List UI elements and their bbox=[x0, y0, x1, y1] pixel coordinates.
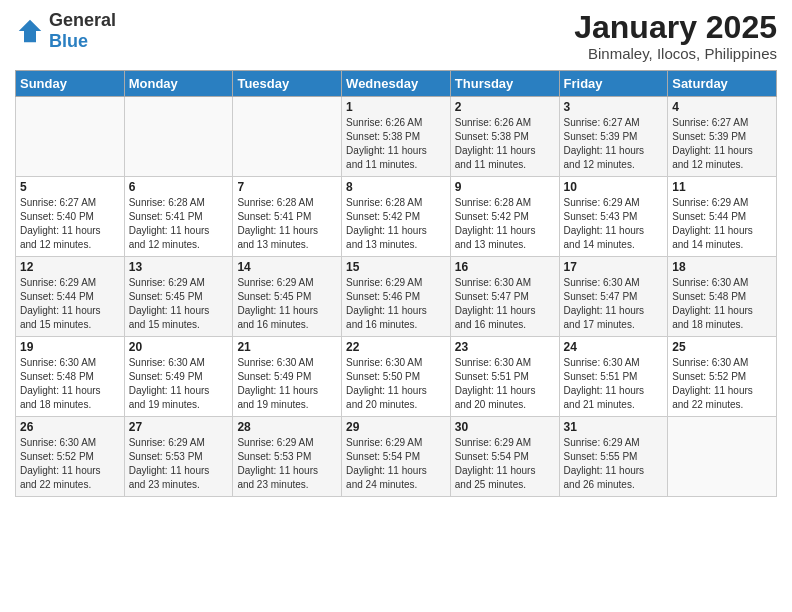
cell-content-0-3: Sunrise: 6:26 AMSunset: 5:38 PMDaylight:… bbox=[346, 116, 446, 172]
cell-content-1-6: Sunrise: 6:29 AMSunset: 5:44 PMDaylight:… bbox=[672, 196, 772, 252]
week-row-0: 1Sunrise: 6:26 AMSunset: 5:38 PMDaylight… bbox=[16, 97, 777, 177]
cell-1-5: 10Sunrise: 6:29 AMSunset: 5:43 PMDayligh… bbox=[559, 177, 668, 257]
cell-content-4-0: Sunrise: 6:30 AMSunset: 5:52 PMDaylight:… bbox=[20, 436, 120, 492]
cell-3-0: 19Sunrise: 6:30 AMSunset: 5:48 PMDayligh… bbox=[16, 337, 125, 417]
day-number-23: 23 bbox=[455, 340, 555, 354]
cell-content-2-2: Sunrise: 6:29 AMSunset: 5:45 PMDaylight:… bbox=[237, 276, 337, 332]
cell-4-2: 28Sunrise: 6:29 AMSunset: 5:53 PMDayligh… bbox=[233, 417, 342, 497]
cell-content-4-2: Sunrise: 6:29 AMSunset: 5:53 PMDaylight:… bbox=[237, 436, 337, 492]
day-number-22: 22 bbox=[346, 340, 446, 354]
cell-content-2-3: Sunrise: 6:29 AMSunset: 5:46 PMDaylight:… bbox=[346, 276, 446, 332]
cell-content-0-5: Sunrise: 6:27 AMSunset: 5:39 PMDaylight:… bbox=[564, 116, 664, 172]
title-block: January 2025 Binmaley, Ilocos, Philippin… bbox=[574, 10, 777, 62]
cell-content-3-5: Sunrise: 6:30 AMSunset: 5:51 PMDaylight:… bbox=[564, 356, 664, 412]
logo-icon bbox=[15, 16, 45, 46]
cell-1-1: 6Sunrise: 6:28 AMSunset: 5:41 PMDaylight… bbox=[124, 177, 233, 257]
cell-content-2-1: Sunrise: 6:29 AMSunset: 5:45 PMDaylight:… bbox=[129, 276, 229, 332]
cell-0-0 bbox=[16, 97, 125, 177]
cell-2-3: 15Sunrise: 6:29 AMSunset: 5:46 PMDayligh… bbox=[342, 257, 451, 337]
cell-4-5: 31Sunrise: 6:29 AMSunset: 5:55 PMDayligh… bbox=[559, 417, 668, 497]
day-number-10: 10 bbox=[564, 180, 664, 194]
cell-2-1: 13Sunrise: 6:29 AMSunset: 5:45 PMDayligh… bbox=[124, 257, 233, 337]
calendar: Sunday Monday Tuesday Wednesday Thursday… bbox=[15, 70, 777, 497]
day-number-2: 2 bbox=[455, 100, 555, 114]
day-number-25: 25 bbox=[672, 340, 772, 354]
cell-content-1-4: Sunrise: 6:28 AMSunset: 5:42 PMDaylight:… bbox=[455, 196, 555, 252]
day-number-12: 12 bbox=[20, 260, 120, 274]
day-number-7: 7 bbox=[237, 180, 337, 194]
day-number-28: 28 bbox=[237, 420, 337, 434]
cell-content-2-5: Sunrise: 6:30 AMSunset: 5:47 PMDaylight:… bbox=[564, 276, 664, 332]
day-number-9: 9 bbox=[455, 180, 555, 194]
logo-blue: Blue bbox=[49, 31, 88, 51]
cell-3-6: 25Sunrise: 6:30 AMSunset: 5:52 PMDayligh… bbox=[668, 337, 777, 417]
day-number-18: 18 bbox=[672, 260, 772, 274]
week-row-4: 26Sunrise: 6:30 AMSunset: 5:52 PMDayligh… bbox=[16, 417, 777, 497]
cell-1-0: 5Sunrise: 6:27 AMSunset: 5:40 PMDaylight… bbox=[16, 177, 125, 257]
cell-content-3-1: Sunrise: 6:30 AMSunset: 5:49 PMDaylight:… bbox=[129, 356, 229, 412]
day-number-31: 31 bbox=[564, 420, 664, 434]
cell-4-6 bbox=[668, 417, 777, 497]
cell-content-0-4: Sunrise: 6:26 AMSunset: 5:38 PMDaylight:… bbox=[455, 116, 555, 172]
header-wednesday: Wednesday bbox=[342, 71, 451, 97]
cell-content-4-3: Sunrise: 6:29 AMSunset: 5:54 PMDaylight:… bbox=[346, 436, 446, 492]
day-number-16: 16 bbox=[455, 260, 555, 274]
day-number-30: 30 bbox=[455, 420, 555, 434]
logo-general: General bbox=[49, 10, 116, 30]
cell-1-2: 7Sunrise: 6:28 AMSunset: 5:41 PMDaylight… bbox=[233, 177, 342, 257]
cell-content-3-2: Sunrise: 6:30 AMSunset: 5:49 PMDaylight:… bbox=[237, 356, 337, 412]
day-number-29: 29 bbox=[346, 420, 446, 434]
cell-2-4: 16Sunrise: 6:30 AMSunset: 5:47 PMDayligh… bbox=[450, 257, 559, 337]
cell-content-1-2: Sunrise: 6:28 AMSunset: 5:41 PMDaylight:… bbox=[237, 196, 337, 252]
day-number-15: 15 bbox=[346, 260, 446, 274]
header-sunday: Sunday bbox=[16, 71, 125, 97]
day-number-20: 20 bbox=[129, 340, 229, 354]
cell-1-3: 8Sunrise: 6:28 AMSunset: 5:42 PMDaylight… bbox=[342, 177, 451, 257]
cell-content-4-4: Sunrise: 6:29 AMSunset: 5:54 PMDaylight:… bbox=[455, 436, 555, 492]
day-number-27: 27 bbox=[129, 420, 229, 434]
cell-2-0: 12Sunrise: 6:29 AMSunset: 5:44 PMDayligh… bbox=[16, 257, 125, 337]
subtitle: Binmaley, Ilocos, Philippines bbox=[574, 45, 777, 62]
cell-3-3: 22Sunrise: 6:30 AMSunset: 5:50 PMDayligh… bbox=[342, 337, 451, 417]
day-number-1: 1 bbox=[346, 100, 446, 114]
week-row-3: 19Sunrise: 6:30 AMSunset: 5:48 PMDayligh… bbox=[16, 337, 777, 417]
cell-1-4: 9Sunrise: 6:28 AMSunset: 5:42 PMDaylight… bbox=[450, 177, 559, 257]
week-row-2: 12Sunrise: 6:29 AMSunset: 5:44 PMDayligh… bbox=[16, 257, 777, 337]
cell-0-1 bbox=[124, 97, 233, 177]
cell-0-2 bbox=[233, 97, 342, 177]
week-row-1: 5Sunrise: 6:27 AMSunset: 5:40 PMDaylight… bbox=[16, 177, 777, 257]
cell-content-2-0: Sunrise: 6:29 AMSunset: 5:44 PMDaylight:… bbox=[20, 276, 120, 332]
day-number-8: 8 bbox=[346, 180, 446, 194]
cell-4-1: 27Sunrise: 6:29 AMSunset: 5:53 PMDayligh… bbox=[124, 417, 233, 497]
cell-content-3-4: Sunrise: 6:30 AMSunset: 5:51 PMDaylight:… bbox=[455, 356, 555, 412]
cell-content-4-5: Sunrise: 6:29 AMSunset: 5:55 PMDaylight:… bbox=[564, 436, 664, 492]
day-number-3: 3 bbox=[564, 100, 664, 114]
logo-text: General Blue bbox=[49, 10, 116, 52]
day-number-6: 6 bbox=[129, 180, 229, 194]
header-saturday: Saturday bbox=[668, 71, 777, 97]
cell-3-5: 24Sunrise: 6:30 AMSunset: 5:51 PMDayligh… bbox=[559, 337, 668, 417]
cell-content-1-3: Sunrise: 6:28 AMSunset: 5:42 PMDaylight:… bbox=[346, 196, 446, 252]
cell-content-2-6: Sunrise: 6:30 AMSunset: 5:48 PMDaylight:… bbox=[672, 276, 772, 332]
cell-content-3-3: Sunrise: 6:30 AMSunset: 5:50 PMDaylight:… bbox=[346, 356, 446, 412]
cell-content-0-6: Sunrise: 6:27 AMSunset: 5:39 PMDaylight:… bbox=[672, 116, 772, 172]
day-number-4: 4 bbox=[672, 100, 772, 114]
header: General Blue January 2025 Binmaley, Iloc… bbox=[15, 10, 777, 62]
day-number-24: 24 bbox=[564, 340, 664, 354]
cell-4-0: 26Sunrise: 6:30 AMSunset: 5:52 PMDayligh… bbox=[16, 417, 125, 497]
cell-3-1: 20Sunrise: 6:30 AMSunset: 5:49 PMDayligh… bbox=[124, 337, 233, 417]
cell-content-1-1: Sunrise: 6:28 AMSunset: 5:41 PMDaylight:… bbox=[129, 196, 229, 252]
weekday-header-row: Sunday Monday Tuesday Wednesday Thursday… bbox=[16, 71, 777, 97]
day-number-21: 21 bbox=[237, 340, 337, 354]
main-title: January 2025 bbox=[574, 10, 777, 45]
day-number-26: 26 bbox=[20, 420, 120, 434]
cell-0-6: 4Sunrise: 6:27 AMSunset: 5:39 PMDaylight… bbox=[668, 97, 777, 177]
cell-content-1-0: Sunrise: 6:27 AMSunset: 5:40 PMDaylight:… bbox=[20, 196, 120, 252]
svg-marker-0 bbox=[19, 20, 42, 43]
day-number-19: 19 bbox=[20, 340, 120, 354]
cell-0-3: 1Sunrise: 6:26 AMSunset: 5:38 PMDaylight… bbox=[342, 97, 451, 177]
cell-2-2: 14Sunrise: 6:29 AMSunset: 5:45 PMDayligh… bbox=[233, 257, 342, 337]
cell-1-6: 11Sunrise: 6:29 AMSunset: 5:44 PMDayligh… bbox=[668, 177, 777, 257]
cell-content-3-0: Sunrise: 6:30 AMSunset: 5:48 PMDaylight:… bbox=[20, 356, 120, 412]
day-number-14: 14 bbox=[237, 260, 337, 274]
